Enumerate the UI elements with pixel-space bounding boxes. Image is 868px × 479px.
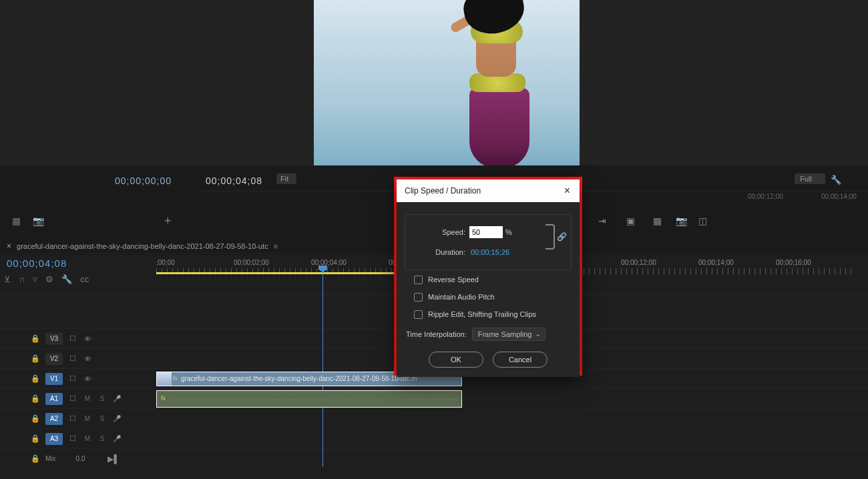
maintain-audio-pitch-checkbox[interactable]: [414, 293, 423, 302]
track-a1: 🔒 A1 ☐ M S 🎤 fx: [0, 388, 868, 408]
lock-icon[interactable]: 🔒: [31, 414, 40, 423]
eye-icon[interactable]: 👁: [83, 375, 92, 383]
captions-icon[interactable]: cc: [80, 274, 89, 284]
timecode-current[interactable]: 00;00;04;08: [206, 175, 262, 186]
link-icon[interactable]: 🔗: [557, 232, 567, 242]
lock-icon[interactable]: 🔒: [31, 454, 40, 463]
track-a2: 🔒 A2 ☐ M S 🎤: [0, 408, 868, 428]
clip-speed-duration-dialog: Clip Speed / Duration × Speed: % Duratio…: [397, 179, 580, 377]
speed-duration-group: Speed: % Duration: 00;00;15;26 🔗: [405, 214, 572, 270]
snap-icon[interactable]: ⊻: [4, 274, 11, 284]
dialog-title: Clip Speed / Duration: [405, 186, 560, 195]
ruler-label: 00;00;16;00: [776, 259, 811, 266]
mute-icon[interactable]: M: [83, 435, 92, 442]
time-interpolation-label: Time Interpolation:: [406, 330, 467, 338]
voiceover-icon[interactable]: 🎤: [112, 395, 122, 402]
time-interpolation-select[interactable]: Frame Sampling: [472, 328, 546, 341]
add-icon[interactable]: +: [164, 214, 172, 228]
solo-icon[interactable]: S: [97, 415, 107, 422]
overwrite-icon[interactable]: ▣: [626, 215, 635, 226]
clip-thumbnail: [157, 372, 172, 386]
eye-icon[interactable]: 👁: [83, 335, 92, 343]
speed-input[interactable]: [469, 226, 503, 238]
lock-icon[interactable]: 🔒: [31, 434, 40, 443]
fx-badge-icon[interactable]: fx: [161, 395, 166, 402]
clip-name: graceful-dancer-against-the-sky-dancing-…: [181, 375, 417, 382]
ruler-label: ;00;00: [156, 259, 175, 266]
timeline-settings-icon[interactable]: ⚙: [45, 274, 53, 284]
linked-selection-icon[interactable]: ∩: [19, 274, 25, 284]
eye-icon[interactable]: 👁: [83, 355, 92, 363]
duration-label: Duration:: [413, 248, 465, 256]
cancel-button[interactable]: Cancel: [493, 352, 548, 368]
reverse-speed-label: Reverse Speed: [428, 276, 479, 284]
voiceover-icon[interactable]: 🎤: [112, 415, 122, 422]
preview-frame[interactable]: [314, 0, 580, 165]
track-badge-v1[interactable]: V1: [45, 373, 63, 385]
toggle-output-icon[interactable]: ☐: [68, 414, 77, 423]
track-a3: 🔒 A3 ☐ M S 🎤: [0, 428, 868, 448]
wrench-icon[interactable]: 🔧: [61, 274, 72, 284]
track-badge-v3[interactable]: V3: [45, 333, 63, 345]
toggle-output-icon[interactable]: ☐: [68, 394, 77, 403]
mix-track: 🔒 Mix 0.0 ▶▌: [0, 448, 868, 468]
snapshot-icon[interactable]: 📷: [676, 215, 687, 226]
duration-value[interactable]: 00;00;15;26: [471, 248, 509, 256]
toggle-output-icon[interactable]: ☐: [68, 374, 77, 383]
playhead-timecode[interactable]: 00;00;04;08: [7, 258, 67, 269]
compare-icon[interactable]: ◫: [698, 215, 707, 226]
speed-label: Speed:: [413, 228, 465, 236]
zoom-fit-select[interactable]: Fit: [276, 173, 296, 184]
toggle-output-icon[interactable]: ☐: [68, 334, 77, 343]
lock-icon[interactable]: 🔒: [31, 354, 40, 363]
solo-icon[interactable]: S: [97, 395, 107, 402]
ruler-tick: 00;00;14;00: [821, 193, 857, 200]
timeline-tool-row: ⊻ ∩ ▿ ⚙ 🔧 cc: [4, 272, 89, 286]
fx-badge-icon[interactable]: fx: [173, 375, 178, 382]
solo-icon[interactable]: S: [97, 435, 107, 442]
track-badge-a3[interactable]: A3: [45, 433, 63, 445]
mute-icon[interactable]: M: [83, 415, 92, 422]
dialog-titlebar[interactable]: Clip Speed / Duration ×: [397, 179, 580, 202]
ok-button[interactable]: OK: [429, 352, 483, 368]
track-badge-v2[interactable]: V2: [45, 353, 63, 365]
export-icon[interactable]: ▦: [653, 215, 662, 226]
toggle-output-icon[interactable]: ☐: [68, 354, 77, 363]
lock-icon[interactable]: 🔒: [31, 394, 40, 403]
mix-value[interactable]: 0.0: [76, 455, 85, 462]
toggle-output-icon[interactable]: ☐: [68, 434, 77, 443]
playback-resolution-select[interactable]: Full: [795, 173, 825, 184]
reverse-speed-checkbox[interactable]: [414, 276, 423, 284]
ripple-edit-checkbox[interactable]: [414, 310, 423, 319]
timecode-in[interactable]: 00;00;00;00: [115, 175, 172, 186]
ruler-label: 00;00;02;00: [234, 259, 269, 266]
export-frame-icon[interactable]: ▦: [12, 215, 21, 226]
lock-icon[interactable]: 🔒: [31, 334, 40, 343]
insert-icon[interactable]: ⇥: [598, 215, 606, 226]
ripple-edit-label: Ripple Edit, Shifting Trailing Clips: [428, 310, 536, 318]
tab-menu-icon[interactable]: ≡: [274, 242, 278, 250]
marker-icon[interactable]: ▿: [33, 274, 37, 284]
sequence-tab[interactable]: graceful-dancer-against-the-sky-dancing-…: [17, 242, 268, 250]
ruler-label: 00;00;04;00: [311, 259, 347, 266]
waveform: [170, 398, 459, 401]
tab-close-icon[interactable]: ×: [7, 242, 11, 251]
track-badge-a2[interactable]: A2: [45, 413, 63, 425]
settings-icon[interactable]: 🔧: [831, 175, 841, 185]
lock-icon[interactable]: 🔒: [31, 374, 40, 383]
preview-image: [417, 0, 537, 165]
ruler-label: 00;00;12;00: [621, 259, 656, 266]
jump-end-icon[interactable]: ▶▌: [107, 454, 120, 464]
camera-icon[interactable]: 📷: [33, 215, 44, 226]
ruler-label: 00;00;14;00: [698, 259, 734, 266]
voiceover-icon[interactable]: 🎤: [112, 435, 122, 442]
mix-label: Mix: [45, 455, 56, 462]
maintain-audio-pitch-label: Maintain Audio Pitch: [428, 293, 495, 301]
track-badge-a1[interactable]: A1: [45, 393, 63, 405]
ruler-tick: 00;00;12;00: [748, 193, 783, 200]
audio-clip[interactable]: fx: [156, 390, 462, 408]
link-bracket-icon: [546, 224, 555, 250]
program-monitor: [0, 0, 868, 165]
close-icon[interactable]: ×: [560, 185, 574, 197]
mute-icon[interactable]: M: [83, 395, 92, 402]
